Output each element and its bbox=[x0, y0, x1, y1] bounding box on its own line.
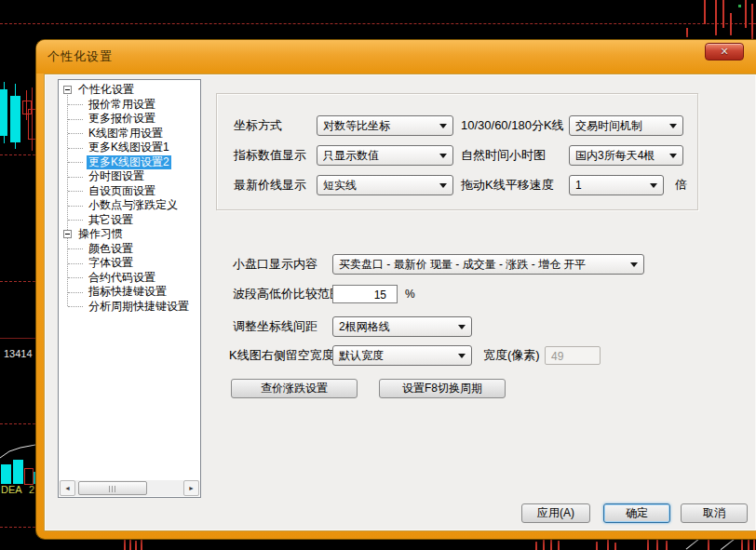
candle-wick bbox=[135, 541, 137, 550]
tree-item-period-hotkey[interactable]: 分析周期快捷键设置 bbox=[59, 300, 200, 315]
grid-spacing-label: 调整坐标线间距 bbox=[233, 316, 317, 337]
dialog-titlebar[interactable]: 个性化设置 ✕ bbox=[36, 40, 756, 74]
tree-item-contract-code[interactable]: 合约代码设置 bbox=[59, 271, 200, 286]
right-margin-label: K线图右侧留空宽度 bbox=[229, 345, 334, 366]
volume-bar bbox=[24, 468, 34, 485]
candle-wick bbox=[647, 540, 649, 550]
chevron-down-icon bbox=[669, 154, 677, 158]
band-range-suffix: % bbox=[405, 284, 415, 304]
margin-width-label: 宽度(像素) bbox=[483, 345, 540, 366]
indicator-value-select[interactable]: 只显示数值 bbox=[317, 145, 453, 166]
candle-wick bbox=[607, 540, 609, 550]
pan-speed-label: 拖动K线平移速度 bbox=[461, 175, 554, 195]
minute-kline-label: 10/30/60/180分K线 bbox=[461, 115, 564, 136]
f8-cycle-button[interactable]: 设置F8切换周期 bbox=[379, 379, 506, 398]
chevron-down-icon bbox=[458, 325, 466, 329]
tree-item-habits-root[interactable]: 操作习惯 bbox=[59, 227, 200, 242]
candle-wick bbox=[141, 539, 142, 550]
tree-item-font[interactable]: 字体设置 bbox=[59, 256, 200, 271]
tree-item-intraday[interactable]: 分时图设置 bbox=[59, 169, 200, 184]
candle-wick bbox=[535, 542, 537, 550]
collapse-icon[interactable] bbox=[63, 86, 72, 94]
candle-wick bbox=[730, 13, 732, 35]
chevron-down-icon bbox=[439, 183, 447, 188]
right-margin-select[interactable]: 默认宽度 bbox=[332, 345, 472, 366]
coordinate-groupbox: 坐标方式 对数等比坐标 10/30/60/180分K线 交易时间机制 指标数值显… bbox=[216, 93, 698, 210]
scrollbar-thumb[interactable] bbox=[78, 481, 147, 495]
indicator-value-label: 指标数值显示 bbox=[234, 145, 306, 166]
chart-dot bbox=[738, 5, 741, 7]
grid-spacing-select[interactable]: 2根网格线 bbox=[332, 316, 472, 337]
chevron-down-icon bbox=[458, 354, 466, 358]
candle-wick bbox=[124, 540, 126, 550]
dialog-content: 个性化设置 报价常用设置 更多报价设置 K线图常用设置 更多K线图设置1 更多K… bbox=[44, 74, 756, 531]
tree-item-personalization-root[interactable]: 个性化设置 bbox=[59, 83, 200, 98]
cancel-button[interactable]: 取消 bbox=[681, 503, 748, 523]
band-range-label: 波段高低价比较范围 bbox=[233, 284, 342, 304]
band-range-input[interactable]: 15 bbox=[332, 285, 398, 303]
tree-item-kline-more-2[interactable]: 更多K线图设置2 bbox=[59, 155, 200, 170]
chart-line bbox=[686, 539, 700, 550]
candle-wick bbox=[715, 0, 717, 35]
grid-line bbox=[0, 23, 756, 24]
ok-button[interactable]: 确定 bbox=[603, 503, 670, 523]
price-change-settings-button[interactable]: 查价涨跌设置 bbox=[231, 379, 358, 398]
scrollbar-grip-icon bbox=[109, 486, 116, 492]
chevron-down-icon bbox=[669, 124, 677, 128]
candle-wick bbox=[751, 4, 753, 39]
indicator-label: DEA bbox=[1, 485, 22, 495]
indicator-value: 2 bbox=[29, 485, 34, 495]
tree-item-other[interactable]: 其它设置 bbox=[59, 213, 200, 228]
latest-price-line-select[interactable]: 短实线 bbox=[317, 175, 453, 195]
settings-tree-panel: 个性化设置 报价常用设置 更多报价设置 K线图常用设置 更多K线图设置1 更多K… bbox=[58, 79, 201, 498]
candle-wick bbox=[614, 543, 616, 550]
settings-dialog: 个性化设置 ✕ 个性化设置 报价常用设置 更多报价设置 K线图常用设置 更多K线… bbox=[35, 39, 756, 540]
volume-bar bbox=[1, 464, 11, 484]
candle-wick bbox=[704, 0, 706, 24]
tree-item-quote-common[interactable]: 报价常用设置 bbox=[59, 98, 200, 113]
chevron-down-icon bbox=[650, 183, 657, 188]
scroll-right-icon[interactable]: ► bbox=[183, 480, 199, 496]
candle-wick bbox=[543, 540, 545, 550]
dialog-title: 个性化设置 bbox=[47, 48, 113, 65]
tree-item-decimal-updown[interactable]: 小数点与涨跌定义 bbox=[59, 198, 200, 213]
tree-item-kline-common[interactable]: K线图常用设置 bbox=[59, 127, 200, 141]
tree-item-color[interactable]: 颜色设置 bbox=[59, 242, 200, 257]
coord-mode-label: 坐标方式 bbox=[234, 115, 282, 136]
volume-bar bbox=[13, 460, 23, 484]
candle-wick bbox=[666, 541, 668, 550]
settings-tree: 个性化设置 报价常用设置 更多报价设置 K线图常用设置 更多K线图设置1 更多K… bbox=[59, 80, 200, 314]
tree-item-quote-more[interactable]: 更多报价设置 bbox=[59, 112, 200, 127]
mini-quote-content-select[interactable]: 买卖盘口 - 最新价 现量 - 成交量 - 涨跌 - 增仓 开平 bbox=[332, 254, 644, 275]
chevron-down-icon bbox=[439, 154, 447, 158]
apply-button[interactable]: 应用(A) bbox=[521, 503, 590, 523]
tree-item-custom-page[interactable]: 自设页面设置 bbox=[59, 184, 200, 199]
chevron-down-icon bbox=[439, 124, 447, 128]
candle-wick bbox=[753, 540, 755, 550]
tree-item-indicator-hotkey[interactable]: 指标快捷键设置 bbox=[59, 285, 200, 300]
latest-price-line-label: 最新价线显示 bbox=[234, 175, 306, 195]
candle-wick bbox=[558, 541, 560, 550]
natural-hour-select[interactable]: 国内3所每天4根 bbox=[569, 145, 683, 166]
pan-speed-suffix: 倍 bbox=[675, 175, 687, 195]
candle-wick bbox=[722, 0, 724, 28]
candle-wick bbox=[741, 539, 743, 550]
tree-horizontal-scrollbar[interactable]: ◄ ► bbox=[60, 480, 199, 496]
chevron-down-icon bbox=[630, 262, 638, 267]
collapse-icon[interactable] bbox=[63, 230, 72, 238]
candle-wick bbox=[686, 28, 688, 37]
tree-item-kline-more-1[interactable]: 更多K线图设置1 bbox=[59, 141, 200, 155]
minute-kline-select[interactable]: 交易时间机制 bbox=[569, 115, 683, 136]
margin-width-input: 49 bbox=[545, 346, 601, 365]
natural-hour-label: 自然时间小时图 bbox=[461, 145, 546, 166]
scroll-left-icon[interactable]: ◄ bbox=[60, 480, 75, 496]
pan-speed-select[interactable]: 1 bbox=[569, 175, 664, 195]
mini-quote-label: 小盘口显示内容 bbox=[233, 254, 317, 275]
coord-mode-select[interactable]: 对数等比坐标 bbox=[317, 115, 453, 136]
candle-wick bbox=[745, 0, 747, 28]
candle-wick bbox=[596, 542, 598, 550]
close-icon[interactable]: ✕ bbox=[705, 43, 744, 60]
